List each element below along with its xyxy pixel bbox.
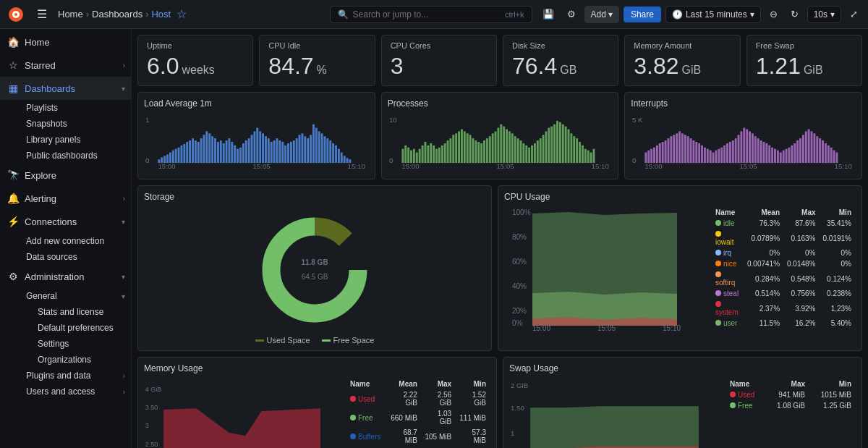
star-button[interactable]: ☆ (176, 7, 187, 21)
svg-rect-16 (195, 140, 197, 163)
share-button[interactable]: Share (624, 7, 661, 22)
sidebar-general-sub: Stats and license Default preferences Se… (20, 304, 131, 368)
svg-rect-148 (665, 140, 667, 163)
svg-rect-69 (344, 156, 346, 163)
svg-rect-61 (321, 133, 323, 163)
memory-legend-table: Name Mean Max Min Used 2.22 GiB 2.56 GiB… (346, 378, 490, 448)
zoom-out-button[interactable]: ⊖ (765, 6, 782, 22)
add-button[interactable]: Add ▾ (584, 6, 619, 23)
svg-rect-10 (178, 148, 180, 163)
dashboards-link[interactable]: Dashboards (92, 9, 142, 20)
svg-text:40%: 40% (512, 282, 527, 290)
svg-text:1: 1 (511, 429, 514, 437)
mem-legend-header: Name Mean Max Min (347, 379, 489, 389)
swap-max-header: Max (766, 379, 808, 389)
svg-rect-192 (788, 148, 791, 163)
sidebar-item-default-prefs[interactable]: Default preferences (32, 320, 131, 336)
svg-rect-176 (744, 128, 746, 164)
sidebar-item-settings[interactable]: Settings (32, 336, 131, 352)
svg-rect-127 (556, 121, 558, 163)
sidebar-item-users-access[interactable]: Users and access › (20, 384, 131, 400)
swap-name-header: Name (727, 379, 765, 389)
time-range-picker[interactable]: 🕐 Last 15 minutes ▾ (665, 6, 761, 23)
menu-toggle[interactable]: ☰ (32, 4, 52, 25)
used-color (255, 339, 264, 342)
sidebar-item-connections[interactable]: ⚡ Connections ▾ (0, 210, 131, 233)
free-swap-unit: GiB (804, 64, 823, 77)
svg-rect-183 (763, 142, 765, 163)
sidebar-item-plugins[interactable]: Plugins and data › (20, 368, 131, 384)
svg-rect-14 (189, 140, 191, 163)
mem-legend-max: 105 MiB (422, 428, 454, 445)
svg-rect-201 (814, 133, 816, 163)
fullscreen-button[interactable]: ⤢ (846, 6, 862, 22)
stat-card-free-swap: Free Swap 1.21 GiB (746, 35, 862, 86)
sidebar-item-add-connection[interactable]: Add new connection (20, 233, 131, 249)
svg-rect-125 (550, 127, 553, 163)
sidebar-connections-sub: Add new connection Data sources (0, 233, 131, 265)
sidebar-item-playlists[interactable]: Playlists (20, 100, 131, 116)
stat-value-uptime: 6.0 weeks (147, 53, 244, 80)
default-prefs-label: Default preferences (38, 323, 114, 333)
stat-card-cpu-cores: CPU Cores 3 (381, 35, 497, 86)
cpu-legend-name: nice (712, 259, 743, 269)
svg-rect-84 (435, 149, 438, 163)
search-bar[interactable]: 🔍 ctrl+k (330, 6, 532, 23)
svg-text:2 GiB: 2 GiB (511, 381, 528, 389)
svg-rect-179 (752, 133, 754, 163)
proc-t-mid: 15:05 (496, 162, 514, 170)
svg-rect-60 (318, 131, 320, 163)
svg-rect-153 (678, 131, 681, 163)
sidebar-item-explore[interactable]: 🔭 Explore (0, 164, 131, 187)
svg-text:3.50: 3.50 (145, 404, 158, 411)
sidebar-item-stats[interactable]: Stats and license (32, 304, 131, 320)
stat-value-cpu-idle: 84.7 % (268, 53, 365, 80)
svg-rect-140 (592, 149, 595, 163)
dashboards-expand: ▾ (122, 85, 125, 93)
search-input[interactable] (353, 9, 501, 20)
svg-rect-24 (217, 142, 219, 163)
svg-rect-173 (735, 138, 737, 163)
cpu-legend-mean: 76.3% (744, 219, 783, 228)
mem-legend-min: 1.52 GiB (456, 390, 489, 407)
load-avg-title: Load Average 1m (144, 98, 369, 109)
sidebar-item-general[interactable]: General ▾ (20, 288, 131, 304)
int-y-min: 0 (632, 156, 637, 164)
refresh-interval[interactable]: 10s ▾ (807, 6, 841, 23)
sidebar-item-dashboards[interactable]: ▦ Dashboards ▾ (0, 77, 131, 100)
settings-button[interactable]: ⚙ (563, 6, 580, 22)
svg-rect-20 (205, 131, 208, 163)
sidebar-item-snapshots[interactable]: Snapshots (20, 116, 131, 132)
breadcrumb-sep1: › (86, 9, 89, 20)
sidebar-item-home[interactable]: 🏠 Home (0, 30, 131, 54)
svg-rect-54 (301, 133, 303, 163)
svg-rect-174 (738, 135, 740, 163)
svg-rect-26 (223, 143, 225, 163)
sidebar-item-alerting[interactable]: 🔔 Alerting › (0, 187, 131, 210)
sidebar-item-organizations[interactable]: Organizations (32, 352, 131, 368)
settings-label: Settings (38, 339, 69, 349)
sidebar-item-public-dashboards[interactable]: Public dashboards (20, 148, 131, 164)
sidebar-item-data-sources[interactable]: Data sources (20, 249, 131, 265)
svg-rect-46 (278, 140, 281, 163)
save-button[interactable]: 💾 (538, 6, 558, 22)
svg-rect-123 (545, 131, 547, 163)
storage-title: Storage (144, 192, 485, 202)
home-link[interactable]: Home (58, 9, 83, 20)
swap-panel: Swap Usage 2 GiB 1.50 1 512 0 B 15:00 (503, 357, 862, 448)
cpu-legend: Name Mean Max Min idle 76.3% 87.6% 35.41… (711, 192, 856, 335)
sidebar-item-library-panels[interactable]: Library panels (20, 132, 131, 148)
svg-rect-25 (220, 140, 222, 163)
snapshots-label: Snapshots (26, 119, 67, 129)
svg-rect-23 (214, 138, 216, 163)
svg-rect-103 (488, 136, 490, 163)
refresh-button[interactable]: ↻ (786, 6, 803, 22)
svg-rect-67 (338, 149, 340, 163)
data-sources-label: Data sources (26, 252, 77, 262)
svg-rect-165 (712, 153, 715, 164)
svg-rect-119 (534, 143, 536, 163)
playlists-label: Playlists (26, 103, 58, 113)
sidebar-item-administration[interactable]: ⚙ Administration ▾ (0, 265, 131, 288)
sidebar-item-starred[interactable]: ☆ Starred › (0, 54, 131, 77)
library-panels-label: Library panels (26, 135, 80, 145)
